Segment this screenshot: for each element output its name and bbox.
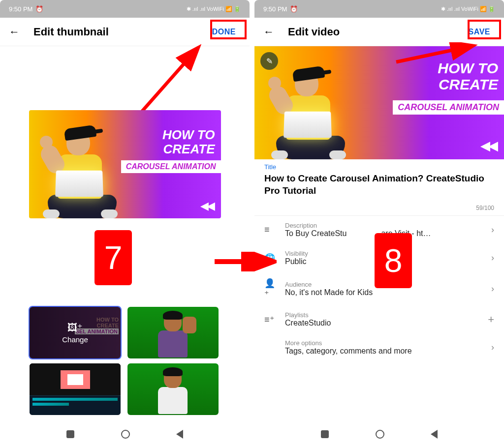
title-field[interactable]: Title How to Create Carousel Animation? …: [254, 159, 504, 204]
svg-line-1: [138, 49, 197, 116]
playlists-value: CreateStudio: [285, 319, 479, 327]
thumbnail-preview[interactable]: ✎ HOW TO CREATE CAROUSEL ANIMATION ◀◀: [254, 46, 504, 159]
thumb-person-illustration: [266, 63, 352, 159]
thumbnail-options: HOW TOCREATESEL ANIMATION 🖼⁺ Change: [0, 307, 250, 415]
back-arrow-icon[interactable]: ←: [263, 26, 274, 38]
status-bar: 9:50 PM⏰ ✱ .ııl .ııl VoWiFi 📶 🔋: [0, 0, 250, 18]
playlists-row[interactable]: ≡⁺ Playlists CreateStudio +: [254, 305, 504, 333]
nav-bar: [254, 422, 504, 446]
audience-icon: 👤⁺: [264, 278, 276, 299]
thumb-banner: CAROUSEL ANIMATION: [393, 100, 504, 115]
title-label: Title: [264, 163, 494, 171]
page-title: Edit video: [288, 26, 464, 38]
status-icons: ✱ .ııl .ııl VoWiFi 📶 🔋: [441, 6, 495, 12]
playlist-icon: ≡⁺: [264, 314, 276, 325]
thumb-headline: HOW TO CREATE: [162, 128, 215, 156]
more-options-row[interactable]: More options Tags, category, comments an…: [254, 333, 504, 361]
change-label: Change: [62, 335, 88, 344]
chevron-right-icon: ›: [491, 342, 494, 353]
back-arrow-icon[interactable]: ←: [9, 26, 20, 38]
image-add-icon: 🖼⁺: [67, 322, 83, 333]
phone-right: 9:50 PM⏰ ✱ .ııl .ııl VoWiFi 📶 🔋 ← Edit v…: [254, 0, 504, 446]
status-icons: ✱ .ııl .ııl VoWiFi 📶 🔋: [187, 6, 241, 12]
plus-icon: +: [488, 313, 494, 326]
thumbnail-option-frame-3[interactable]: [127, 363, 219, 415]
status-time: 9:50 PM: [263, 5, 287, 13]
nav-recent-icon[interactable]: [321, 430, 329, 438]
rewind-icon: ◀◀: [200, 200, 213, 212]
annotation-arrow: [133, 42, 207, 121]
status-time: 9:50 PM: [9, 5, 32, 13]
chevron-right-icon: ›: [491, 225, 494, 235]
thumbnail-option-custom[interactable]: HOW TOCREATESEL ANIMATION 🖼⁺ Change: [30, 307, 121, 358]
nav-bar: [0, 422, 250, 446]
thumbnail-option-frame-1[interactable]: [127, 307, 219, 358]
done-button[interactable]: DONE: [207, 25, 241, 39]
title-value: How to Create Carousel Animation? Create…: [264, 173, 494, 197]
description-label: Description: [285, 222, 482, 229]
rewind-icon: ◀◀: [480, 138, 496, 153]
thumb-headline: HOW TO CREATE: [438, 60, 498, 92]
nav-home-icon[interactable]: [376, 430, 384, 439]
app-bar: ← Edit video SAVE: [254, 18, 504, 46]
nav-back-icon[interactable]: [431, 430, 438, 439]
description-icon: ≡: [264, 225, 276, 235]
app-bar: ← Edit thumbnail DONE: [0, 18, 250, 46]
save-button[interactable]: SAVE: [464, 25, 495, 39]
more-value: Tags, category, comments and more: [285, 347, 482, 356]
chevron-right-icon: ›: [491, 284, 494, 294]
playlists-label: Playlists: [285, 311, 479, 319]
phone-left: 9:50 PM⏰ ✱ .ııl .ııl VoWiFi 📶 🔋 ← Edit t…: [0, 0, 250, 446]
page-title: Edit thumbnail: [33, 26, 207, 38]
thumbnail-preview: HOW TO CREATE CAROUSEL ANIMATION ◀◀: [29, 110, 221, 218]
chevron-right-icon: ›: [491, 253, 494, 263]
annotation-step-7: 7: [94, 230, 132, 285]
thumb-banner: CAROUSEL ANIMATION: [121, 160, 221, 173]
status-bar: 9:50 PM⏰ ✱ .ııl .ııl VoWiFi 📶 🔋: [254, 0, 504, 18]
more-label: More options: [285, 339, 482, 347]
nav-back-icon[interactable]: [176, 430, 183, 439]
audience-value: No, it's not Made for Kids: [285, 288, 482, 297]
nav-home-icon[interactable]: [121, 430, 130, 439]
annotation-arrow-between: [213, 252, 277, 271]
annotation-step-8: 8: [375, 233, 412, 288]
thumb-person-illustration: [38, 122, 124, 218]
nav-recent-icon[interactable]: [66, 430, 74, 438]
title-char-count: 59/100: [254, 204, 504, 215]
thumbnail-option-frame-2[interactable]: [30, 363, 121, 415]
